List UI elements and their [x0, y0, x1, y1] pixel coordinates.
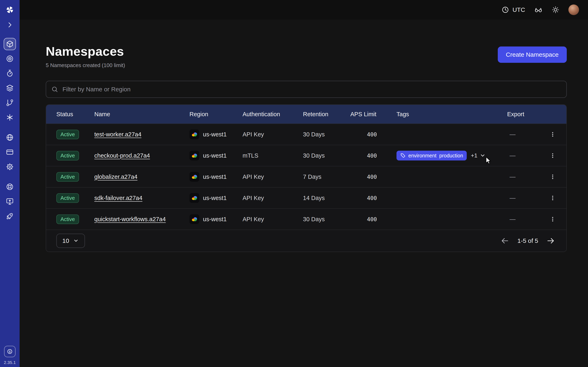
- kebab-icon: [550, 131, 556, 137]
- next-page-button[interactable]: [546, 236, 555, 245]
- region-label: us-west1: [203, 216, 227, 223]
- export-value: —: [507, 216, 544, 223]
- row-menu-button[interactable]: [547, 214, 558, 225]
- export-value: —: [507, 195, 544, 201]
- namespace-link[interactable]: checkout-prod.a27a4: [94, 152, 150, 159]
- timezone-selector[interactable]: UTC: [502, 6, 525, 14]
- globe-icon: [6, 133, 14, 142]
- retention-label: 7 Days: [303, 174, 350, 180]
- table-row: Active quickstart-workflows.a27a4 us-wes…: [46, 208, 566, 230]
- glasses-button[interactable]: [534, 6, 543, 14]
- page-size-select[interactable]: 10: [56, 234, 85, 248]
- page-size-value: 10: [62, 237, 69, 244]
- credit-card-icon: [6, 148, 14, 156]
- monitor-icon: [6, 197, 14, 206]
- region-label: us-west1: [203, 152, 227, 159]
- user-avatar[interactable]: [568, 4, 579, 15]
- region-label: us-west1: [203, 195, 227, 201]
- region-label: us-west1: [203, 174, 227, 180]
- temporal-logo-icon[interactable]: [5, 5, 14, 14]
- sidebar-item-console[interactable]: [0, 194, 20, 209]
- gcp-icon: [190, 172, 199, 182]
- sidebar-item-support[interactable]: [0, 179, 20, 194]
- table-header-row: Status Name Region Authentication Retent…: [46, 105, 566, 124]
- sidebar-item-getting-started[interactable]: [0, 209, 20, 224]
- tags-expand-button[interactable]: [479, 152, 486, 159]
- pagination: 1-5 of 5: [501, 236, 555, 245]
- sidebar-item-web[interactable]: [0, 130, 20, 145]
- auth-label: API Key: [242, 131, 303, 138]
- aps-limit-value: 400: [350, 131, 397, 138]
- sidebar-item-layers[interactable]: [0, 81, 20, 95]
- timezone-label: UTC: [512, 6, 525, 13]
- branch-icon: [6, 99, 14, 107]
- target-icon: [6, 55, 14, 63]
- aps-limit-value: 400: [350, 195, 397, 201]
- kebab-icon: [550, 152, 556, 159]
- table-row: Active globalizer.a27a4 us-west1 API Key…: [46, 166, 566, 187]
- namespaces-table: Status Name Region Authentication Retent…: [46, 104, 567, 252]
- aps-limit-value: 400: [350, 152, 397, 159]
- header-retention: Retention: [303, 111, 350, 118]
- sidebar-item-nexus[interactable]: [0, 110, 20, 125]
- namespace-link[interactable]: sdk-failover.a27a4: [94, 195, 142, 201]
- app-window: $ 2.35.1 UTC Namespaces 5 Namespac: [0, 0, 588, 367]
- aps-limit-value: 400: [350, 216, 397, 222]
- search-icon: [51, 86, 58, 93]
- namespace-link[interactable]: test-worker.a27a4: [94, 131, 141, 138]
- region-label: us-west1: [203, 131, 227, 138]
- status-badge: Active: [56, 193, 79, 203]
- create-namespace-button[interactable]: Create Namespace: [498, 47, 567, 63]
- arrow-right-icon: [546, 236, 555, 245]
- sidebar-expand-chevron-icon[interactable]: [6, 20, 13, 30]
- row-menu-button[interactable]: [547, 129, 558, 140]
- retention-label: 14 Days: [303, 195, 350, 201]
- tag-key: environment: [408, 153, 437, 159]
- arrow-left-icon: [501, 236, 509, 245]
- filter-input[interactable]: [62, 86, 562, 93]
- export-value: —: [507, 174, 544, 180]
- lifebuoy-icon: [6, 183, 14, 191]
- namespace-link[interactable]: quickstart-workflows.a27a4: [94, 216, 166, 222]
- tag-chip[interactable]: environment production: [397, 151, 467, 160]
- row-menu-button[interactable]: [547, 150, 558, 161]
- usage-billing-button[interactable]: $: [4, 346, 16, 357]
- export-value: —: [507, 152, 544, 159]
- layers-icon: [6, 84, 14, 92]
- more-tags-label: +1: [471, 152, 477, 159]
- app-version: 2.35.1: [4, 360, 16, 365]
- namespace-link[interactable]: globalizer.a27a4: [94, 174, 138, 180]
- page-content: Namespaces 5 Namespaces created (100 lim…: [20, 20, 588, 367]
- export-value: —: [507, 131, 544, 138]
- sidebar-item-settings[interactable]: [0, 159, 20, 174]
- previous-page-button[interactable]: [501, 236, 509, 245]
- theme-toggle-button[interactable]: [552, 6, 559, 14]
- header-name: Name: [94, 111, 190, 118]
- sidebar-item-namespaces[interactable]: [0, 37, 20, 51]
- auth-label: API Key: [242, 216, 303, 223]
- header-export: Export: [507, 111, 544, 118]
- status-badge: Active: [56, 130, 79, 139]
- table-row: Active checkout-prod.a27a4 us-west1 mTLS…: [46, 145, 566, 166]
- svg-text:$: $: [9, 350, 11, 353]
- sun-icon: [552, 6, 559, 14]
- sidebar-item-workflows[interactable]: [0, 95, 20, 110]
- gcp-icon: [190, 129, 199, 139]
- asterisk-icon: [6, 113, 14, 122]
- aps-limit-value: 400: [350, 174, 397, 180]
- table-row: Active test-worker.a27a4 us-west1 API Ke…: [46, 124, 566, 145]
- dollar-gear-icon: $: [6, 348, 13, 355]
- page-title: Namespaces: [46, 44, 125, 58]
- timer-icon: [6, 69, 14, 77]
- status-badge: Active: [56, 215, 79, 224]
- row-menu-button[interactable]: [547, 171, 558, 182]
- gcp-icon: [190, 214, 199, 224]
- retention-label: 30 Days: [303, 131, 350, 138]
- sidebar-item-target[interactable]: [0, 51, 20, 66]
- chevron-down-icon: [73, 238, 79, 244]
- sidebar-item-billing[interactable]: [0, 145, 20, 159]
- sidebar-item-schedules[interactable]: [0, 66, 20, 81]
- row-menu-button[interactable]: [547, 192, 558, 203]
- table-footer: 10 1-5 of 5: [46, 230, 566, 252]
- filter-bar: [46, 81, 567, 98]
